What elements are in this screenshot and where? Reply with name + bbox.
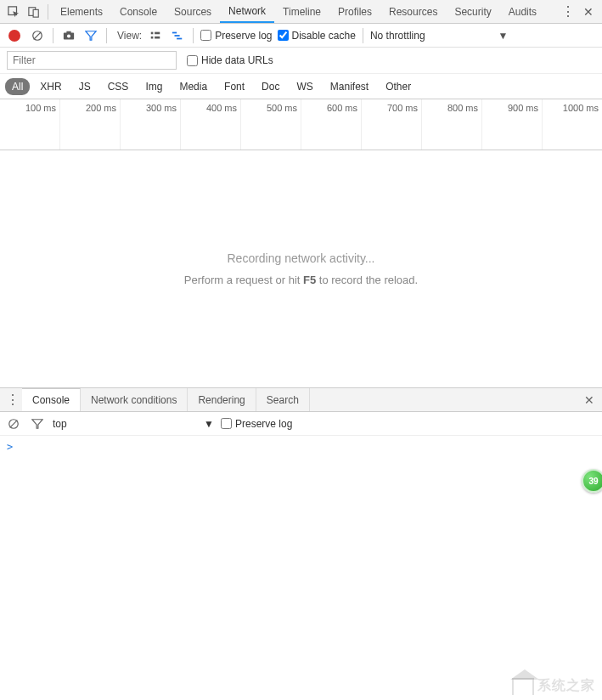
separator bbox=[48, 4, 48, 20]
context-selector[interactable]: top ▼ bbox=[53, 418, 214, 430]
drawer-close-icon[interactable]: ✕ bbox=[580, 393, 599, 407]
close-devtools-icon[interactable]: ✕ bbox=[578, 2, 599, 22]
type-all[interactable]: All bbox=[5, 78, 30, 95]
svg-rect-2 bbox=[33, 9, 38, 17]
tick: 400 ms bbox=[181, 99, 241, 150]
filter-bar: Hide data URLs bbox=[0, 48, 602, 74]
type-other[interactable]: Other bbox=[379, 78, 418, 95]
type-js[interactable]: JS bbox=[72, 78, 98, 95]
drawer-tab-network-conditions[interactable]: Network conditions bbox=[81, 388, 188, 411]
capture-screenshots-icon[interactable] bbox=[60, 27, 77, 44]
tick: 600 ms bbox=[301, 99, 362, 150]
console-preserve-log-checkbox[interactable]: Preserve log bbox=[221, 418, 292, 430]
tab-elements[interactable]: Elements bbox=[52, 0, 111, 23]
record-button[interactable] bbox=[8, 30, 20, 42]
type-img[interactable]: Img bbox=[138, 78, 169, 95]
svg-line-4 bbox=[34, 31, 42, 39]
tick: 300 ms bbox=[121, 99, 181, 150]
tab-network[interactable]: Network bbox=[220, 0, 274, 23]
console-body[interactable]: > bbox=[0, 436, 602, 458]
preserve-log-label: Preserve log bbox=[215, 30, 272, 42]
tab-sources[interactable]: Sources bbox=[166, 0, 220, 23]
tick: 700 ms bbox=[362, 99, 422, 150]
tab-profiles[interactable]: Profiles bbox=[329, 0, 380, 23]
svg-line-16 bbox=[10, 420, 18, 427]
type-font[interactable]: Font bbox=[217, 78, 251, 95]
devtools-tabbar: Elements Console Sources Network Timelin… bbox=[0, 0, 602, 24]
drawer-tab-search[interactable]: Search bbox=[256, 388, 310, 411]
drawer-tab-console[interactable]: Console bbox=[22, 388, 81, 411]
drawer-tabbar: ⋮ Console Network conditions Rendering S… bbox=[0, 388, 602, 412]
empty-line2: Perform a request or hit F5 to record th… bbox=[184, 274, 418, 286]
tick: 1000 ms bbox=[543, 99, 602, 150]
main-tabs: Elements Console Sources Network Timelin… bbox=[52, 0, 545, 23]
svg-rect-6 bbox=[66, 31, 70, 33]
svg-rect-14 bbox=[177, 37, 182, 39]
svg-rect-13 bbox=[175, 35, 180, 37]
svg-rect-9 bbox=[155, 31, 160, 34]
type-manifest[interactable]: Manifest bbox=[324, 78, 375, 95]
tab-console[interactable]: Console bbox=[111, 0, 166, 23]
view-waterfall-icon[interactable] bbox=[169, 27, 186, 44]
hide-data-urls-label: Hide data URLs bbox=[201, 54, 273, 66]
clear-icon[interactable] bbox=[29, 27, 46, 44]
type-ws[interactable]: WS bbox=[290, 78, 319, 95]
type-css[interactable]: CSS bbox=[101, 78, 136, 95]
console-preserve-log-label: Preserve log bbox=[235, 418, 292, 430]
empty-line2-post: to record the reload. bbox=[316, 274, 418, 286]
throttling-dropdown-icon[interactable]: ▼ bbox=[498, 30, 509, 42]
notification-badge[interactable]: 39 bbox=[582, 469, 602, 493]
type-doc[interactable]: Doc bbox=[255, 78, 286, 95]
tick: 500 ms bbox=[241, 99, 301, 150]
drawer-tab-rendering[interactable]: Rendering bbox=[188, 388, 256, 411]
empty-line2-pre: Perform a request or hit bbox=[184, 274, 303, 286]
separator bbox=[106, 28, 107, 43]
console-prompt: > bbox=[7, 441, 13, 453]
timeline-ruler[interactable]: 100 ms 200 ms 300 ms 400 ms 500 ms 600 m… bbox=[0, 99, 602, 150]
clear-console-icon[interactable] bbox=[5, 415, 22, 432]
type-xhr[interactable]: XHR bbox=[33, 78, 68, 95]
drawer-more-icon[interactable]: ⋮ bbox=[3, 391, 22, 409]
filter-toggle-icon[interactable] bbox=[82, 27, 99, 44]
svg-point-7 bbox=[67, 34, 70, 37]
console-toolbar: top ▼ Preserve log bbox=[0, 412, 602, 436]
view-large-icon[interactable] bbox=[147, 27, 164, 44]
tab-audits[interactable]: Audits bbox=[500, 0, 545, 23]
tick: 100 ms bbox=[0, 99, 60, 150]
separator bbox=[193, 28, 194, 43]
watermark: 系统之家 bbox=[512, 677, 595, 695]
type-media[interactable]: Media bbox=[172, 78, 214, 95]
disable-cache-label: Disable cache bbox=[292, 30, 356, 42]
inspect-icon[interactable] bbox=[3, 2, 24, 22]
svg-rect-12 bbox=[172, 31, 177, 33]
hide-data-urls-checkbox[interactable]: Hide data URLs bbox=[187, 54, 273, 66]
tab-timeline[interactable]: Timeline bbox=[274, 0, 329, 23]
device-toggle-icon[interactable] bbox=[24, 2, 44, 22]
network-toolbar: View: Preserve log Disable cache No thro… bbox=[0, 24, 602, 48]
empty-line2-key: F5 bbox=[303, 274, 316, 286]
resource-type-bar: All XHR JS CSS Img Media Font Doc WS Man… bbox=[0, 74, 602, 99]
svg-rect-10 bbox=[151, 36, 154, 38]
throttling-select[interactable]: No throttling bbox=[370, 30, 425, 42]
console-filter-icon[interactable] bbox=[29, 415, 46, 432]
disable-cache-checkbox[interactable]: Disable cache bbox=[278, 30, 356, 42]
view-label: View: bbox=[117, 30, 142, 42]
svg-rect-8 bbox=[151, 31, 154, 34]
chevron-down-icon: ▼ bbox=[204, 418, 214, 430]
separator bbox=[363, 28, 363, 43]
context-label: top bbox=[53, 418, 67, 430]
separator bbox=[53, 28, 53, 43]
tick: 200 ms bbox=[60, 99, 121, 150]
filter-input[interactable] bbox=[7, 51, 177, 70]
more-icon[interactable]: ⋮ bbox=[558, 2, 578, 22]
preserve-log-checkbox[interactable]: Preserve log bbox=[200, 30, 272, 42]
watermark-text: 系统之家 bbox=[537, 678, 595, 692]
empty-line1: Recording network activity... bbox=[227, 251, 374, 265]
tab-security[interactable]: Security bbox=[446, 0, 499, 23]
tick: 800 ms bbox=[422, 99, 482, 150]
tick: 900 ms bbox=[482, 99, 543, 150]
svg-rect-11 bbox=[155, 36, 160, 38]
tab-resources[interactable]: Resources bbox=[380, 0, 446, 23]
network-empty-state: Recording network activity... Perform a … bbox=[0, 150, 602, 388]
